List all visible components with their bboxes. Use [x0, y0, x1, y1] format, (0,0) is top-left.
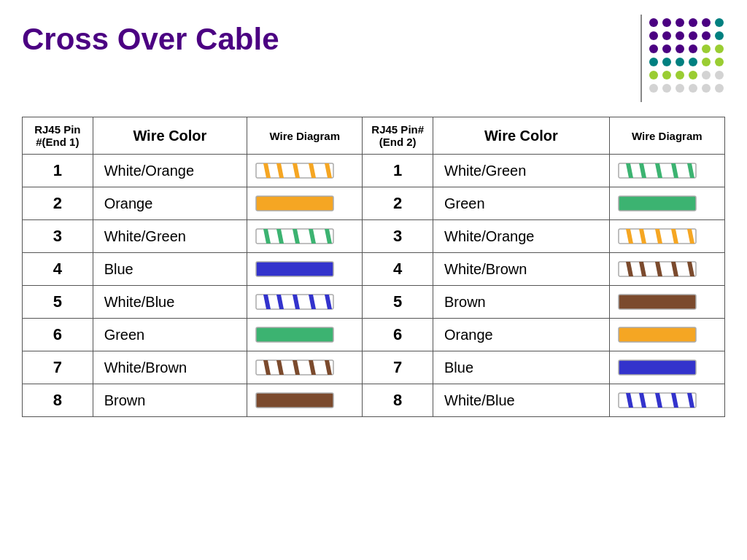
header-wire-diagram1: Wire Diagram [247, 117, 363, 155]
pin-end1: 5 [23, 286, 93, 319]
decoration-dot [702, 58, 711, 66]
wire-diagram-end2 [609, 155, 724, 187]
wire-diagram-end2 [609, 220, 724, 253]
decoration-dot [649, 84, 658, 93]
decoration-dot [662, 18, 671, 27]
separator [640, 15, 642, 102]
decoration-dot [689, 71, 697, 79]
pin-end2: 3 [363, 220, 433, 253]
wire-diagram-end2 [609, 351, 724, 384]
wire-color-end1: White/Blue [93, 286, 247, 319]
table-row: 7White/Brown7Blue [23, 351, 725, 384]
wire-diagram-end2 [609, 253, 724, 286]
decoration-dot [689, 18, 697, 27]
pin-end2: 5 [363, 286, 433, 319]
table-row: 2Orange2Green [23, 187, 725, 220]
wire-diagram-end1 [247, 187, 363, 220]
pin-end2: 2 [363, 187, 433, 220]
pin-end2: 4 [363, 253, 433, 286]
decoration-dot [649, 18, 658, 27]
decoration-dot [689, 31, 697, 40]
decoration-dot [702, 18, 711, 27]
decoration-dot [676, 44, 684, 53]
page-title: Cross Over Cable [22, 15, 279, 57]
wire-color-end2: Brown [433, 286, 610, 319]
decoration-dot [715, 71, 724, 79]
pin-end2: 6 [363, 319, 433, 351]
table-row: 5White/Blue5Brown [23, 286, 725, 319]
decoration-dot [689, 84, 697, 93]
decoration-dot [662, 71, 671, 79]
header-wire-color1: Wire Color [93, 117, 247, 155]
pin-end1: 2 [23, 187, 93, 220]
crossover-table: RJ45 Pin #(End 1) Wire Color Wire Diagra… [22, 117, 725, 417]
wire-color-end1: White/Green [93, 220, 247, 253]
header-pin-end2: RJ45 Pin# (End 2) [363, 117, 433, 155]
decoration-dot [676, 58, 684, 66]
dots-decoration [649, 18, 725, 94]
wire-color-end2: White/Orange [433, 220, 610, 253]
wire-diagram-end1 [247, 384, 363, 417]
pin-end1: 7 [23, 351, 93, 384]
pin-end1: 3 [23, 220, 93, 253]
wire-diagram-end1 [247, 155, 363, 187]
pin-end2: 8 [363, 384, 433, 417]
table-row: 4Blue4White/Brown [23, 253, 725, 286]
page: Cross Over Cable RJ45 Pin #(End 1) Wire … [0, 0, 747, 560]
svg-rect-13 [619, 196, 696, 211]
wire-diagram-end1 [247, 286, 363, 319]
pin-end1: 1 [23, 155, 93, 187]
decoration-dot [715, 84, 724, 93]
wire-color-end1: Orange [93, 187, 247, 220]
wire-color-end2: Orange [433, 319, 610, 351]
table-row: 8Brown8White/Blue [23, 384, 725, 417]
pin-end1: 6 [23, 319, 93, 351]
decoration-dot [676, 18, 684, 27]
decoration-dot [662, 44, 671, 53]
svg-rect-12 [256, 196, 333, 211]
pin-end2: 1 [363, 155, 433, 187]
wire-diagram-end2 [609, 187, 724, 220]
wire-color-end2: Green [433, 187, 610, 220]
svg-rect-49 [256, 393, 333, 408]
wire-color-end1: White/Brown [93, 351, 247, 384]
decoration-dot [676, 31, 684, 40]
decoration-dot [702, 44, 711, 53]
wire-color-end1: Blue [93, 253, 247, 286]
wire-diagram-end2 [609, 384, 724, 417]
decoration-dot [662, 84, 671, 93]
decoration-dot [715, 31, 724, 40]
decoration-dot [689, 44, 697, 53]
header-wire-color2: Wire Color [433, 117, 610, 155]
decoration-dot [702, 84, 711, 93]
wire-diagram-end2 [609, 286, 724, 319]
decoration-dot [715, 44, 724, 53]
decoration-dot [715, 58, 724, 66]
decoration-dot [676, 84, 684, 93]
pin-end1: 8 [23, 384, 93, 417]
decoration-dot [649, 58, 658, 66]
header-pin-end1: RJ45 Pin #(End 1) [23, 117, 93, 155]
header: Cross Over Cable [22, 15, 725, 102]
wire-color-end1: Brown [93, 384, 247, 417]
svg-rect-39 [619, 295, 696, 309]
decoration-dot [649, 31, 658, 40]
decoration-dot [702, 71, 711, 79]
pin-end2: 7 [363, 351, 433, 384]
wire-color-end2: White/Blue [433, 384, 610, 417]
wire-diagram-end1 [247, 220, 363, 253]
wire-color-end2: White/Green [433, 155, 610, 187]
decoration-dot [689, 58, 697, 66]
decoration-dot [649, 71, 658, 79]
svg-rect-41 [619, 327, 696, 342]
decoration-dot [676, 71, 684, 79]
table-row: 6Green6Orange [23, 319, 725, 351]
decoration-dot [662, 58, 671, 66]
decoration-dot [649, 44, 658, 53]
table-row: 3White/Green3White/Orange [23, 220, 725, 253]
table-row: 1White/Orange1White/Green [23, 155, 725, 187]
header-wire-diagram2: Wire Diagram [609, 117, 724, 155]
wire-color-end1: White/Orange [93, 155, 247, 187]
pin-end1: 4 [23, 253, 93, 286]
wire-color-end1: Green [93, 319, 247, 351]
